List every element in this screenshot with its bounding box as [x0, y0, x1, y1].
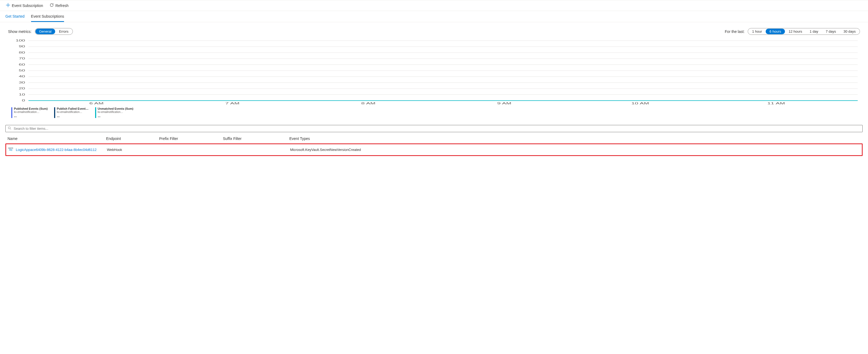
svg-text:60: 60 — [19, 63, 25, 66]
legend-swatch — [11, 107, 12, 118]
metrics-chart: 0102030405060708090100 6 AM7 AM8 AM9 AM1… — [0, 37, 868, 105]
row-eventtypes: Microsoft.KeyVault.SecretNewVersionCreat… — [290, 148, 860, 152]
search-input[interactable] — [13, 126, 860, 131]
metrics-toggle: General Errors — [35, 28, 73, 35]
svg-text:70: 70 — [19, 57, 25, 60]
svg-text:8 AM: 8 AM — [361, 102, 375, 105]
col-prefix: Prefix Filter — [159, 137, 221, 141]
table-header-row: Name Endpoint Prefix Filter Suffix Filte… — [5, 134, 863, 143]
svg-text:6 AM: 6 AM — [89, 102, 103, 105]
search-box[interactable] — [5, 125, 863, 132]
refresh-icon — [50, 3, 54, 8]
col-endpoint: Endpoint — [106, 137, 157, 141]
tabs: Get Started Event Subscriptions — [0, 11, 868, 22]
legend-series-name: Unmatched Events (Sum) — [98, 107, 133, 110]
timerange-option-7days[interactable]: 7 days — [822, 29, 840, 34]
table-row[interactable]: LogicAppace6409b-8628-4122-b4aa-8b4ec04d… — [5, 143, 863, 156]
legend-item[interactable]: Unmatched Events (Sum)kv-emailnotificati… — [95, 107, 133, 119]
timerange-option-6hours[interactable]: 6 hours — [766, 29, 785, 34]
add-event-subscription-label: Event Subscription — [12, 3, 43, 8]
timerange-option-1day[interactable]: 1 day — [806, 29, 822, 34]
svg-text:30: 30 — [19, 81, 25, 84]
legend-item[interactable]: Publish Failed Event…kv-emailnotificatio… — [54, 107, 89, 119]
svg-text:80: 80 — [19, 51, 25, 54]
legend-series-source: kv-emailnotification… — [98, 110, 133, 114]
timerange-toggle: 1 hour 6 hours 12 hours 1 day 7 days 30 … — [748, 28, 860, 35]
col-name: Name — [7, 137, 104, 141]
legend-series-value: -- — [98, 114, 133, 119]
legend-series-name: Publish Failed Event… — [57, 107, 89, 110]
toolbar: Event Subscription Refresh — [0, 0, 868, 11]
svg-text:100: 100 — [16, 39, 25, 42]
legend-series-source: kv-emailnotification… — [14, 110, 48, 114]
timerange-label: For the last: — [725, 29, 745, 34]
svg-text:10: 10 — [19, 93, 25, 96]
legend-series-name: Published Events (Sum) — [14, 107, 48, 110]
legend-series-value: -- — [14, 114, 48, 119]
legend-swatch — [54, 107, 55, 118]
row-name-link[interactable]: LogicAppace6409b-8628-4122-b4aa-8b4ec04d… — [16, 148, 96, 152]
svg-text:10 AM: 10 AM — [631, 102, 649, 105]
row-endpoint: WebHook — [107, 148, 158, 152]
svg-text:11 AM: 11 AM — [767, 102, 785, 105]
svg-rect-31 — [8, 148, 13, 148]
timerange-option-30days[interactable]: 30 days — [840, 29, 860, 34]
legend-swatch — [95, 107, 96, 118]
legend-series-source: kv-emailnotification… — [57, 110, 89, 114]
event-subscription-icon — [8, 147, 13, 152]
svg-text:7 AM: 7 AM — [225, 102, 240, 105]
svg-text:90: 90 — [19, 45, 25, 48]
svg-text:50: 50 — [19, 69, 25, 72]
search-icon — [8, 126, 11, 131]
svg-text:20: 20 — [19, 87, 25, 90]
col-eventtypes: Event Types — [289, 137, 861, 141]
tab-event-subscriptions[interactable]: Event Subscriptions — [31, 11, 64, 22]
tab-get-started[interactable]: Get Started — [5, 11, 25, 22]
svg-text:40: 40 — [19, 75, 25, 78]
svg-point-29 — [8, 127, 10, 129]
legend-series-value: -- — [57, 114, 89, 119]
timerange-option-1hour[interactable]: 1 hour — [748, 29, 766, 34]
subscriptions-table: Name Endpoint Prefix Filter Suffix Filte… — [0, 133, 868, 161]
metrics-option-errors[interactable]: Errors — [55, 29, 72, 34]
refresh-button[interactable]: Refresh — [49, 2, 69, 9]
svg-line-30 — [10, 129, 11, 130]
refresh-label: Refresh — [56, 3, 69, 8]
svg-text:0: 0 — [22, 99, 25, 102]
col-suffix: Suffix Filter — [223, 137, 287, 141]
add-event-subscription-button[interactable]: Event Subscription — [5, 2, 44, 9]
timerange-option-12hours[interactable]: 12 hours — [785, 29, 806, 34]
metrics-option-general[interactable]: General — [35, 29, 55, 34]
chart-legend: Published Events (Sum)kv-emailnotificati… — [0, 105, 868, 122]
plus-icon — [6, 3, 10, 8]
legend-item[interactable]: Published Events (Sum)kv-emailnotificati… — [11, 107, 48, 119]
show-metrics-label: Show metrics: — [8, 29, 32, 34]
controls-row: Show metrics: General Errors For the las… — [0, 22, 868, 37]
svg-text:9 AM: 9 AM — [497, 102, 512, 105]
